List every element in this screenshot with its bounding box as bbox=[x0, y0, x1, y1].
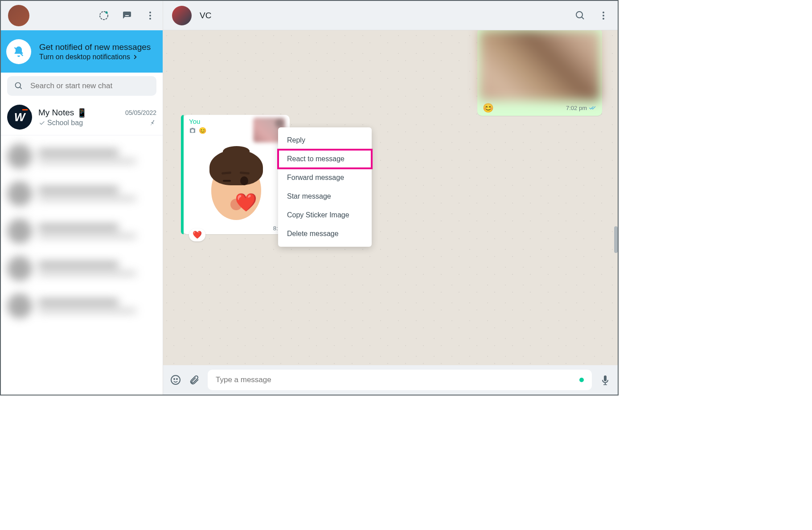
svg-point-6 bbox=[16, 83, 21, 88]
check-icon bbox=[38, 119, 45, 126]
reply-sender: You bbox=[189, 118, 206, 125]
svg-line-7 bbox=[20, 87, 22, 89]
contact-name: VC bbox=[200, 11, 211, 20]
chat-name: My Notes 📱 bbox=[38, 108, 87, 118]
svg-point-4 bbox=[149, 18, 151, 20]
chat-preview: School bag bbox=[38, 119, 83, 127]
blurred-chats bbox=[1, 138, 163, 395]
svg-point-10 bbox=[603, 12, 604, 13]
svg-point-14 bbox=[174, 379, 175, 379]
ctx-react-to-message[interactable]: React to message bbox=[278, 150, 372, 168]
read-checkmarks-icon bbox=[589, 105, 597, 111]
recording-indicator bbox=[579, 378, 584, 382]
emoji-picker-icon[interactable] bbox=[170, 375, 181, 385]
svg-point-3 bbox=[149, 15, 151, 16]
search-input[interactable] bbox=[30, 82, 149, 90]
ctx-copy-sticker-image[interactable]: Copy Sticker Image bbox=[278, 206, 372, 224]
chat-list: W My Notes 📱 05/05/2022 School bag bbox=[1, 99, 163, 395]
ctx-star-message[interactable]: Star message bbox=[278, 187, 372, 206]
composer-input-wrap[interactable] bbox=[208, 370, 592, 390]
chat-menu-icon[interactable] bbox=[598, 10, 609, 21]
svg-point-1 bbox=[106, 12, 108, 14]
scrollbar[interactable] bbox=[614, 60, 618, 336]
chevron-down-icon[interactable] bbox=[275, 119, 283, 127]
composer-input[interactable] bbox=[216, 375, 584, 384]
chat-avatar: W bbox=[7, 105, 32, 130]
search-chat-icon[interactable] bbox=[575, 10, 586, 21]
ctx-reply[interactable]: Reply bbox=[278, 131, 372, 150]
svg-point-12 bbox=[603, 18, 604, 20]
sidebar: Get notified of new messages Turn on des… bbox=[1, 1, 163, 395]
message-reaction[interactable]: ❤️ bbox=[189, 228, 205, 241]
messages-area: 😊 7:02 pm You bbox=[163, 30, 618, 365]
incoming-message[interactable]: You 😊 bbox=[183, 115, 290, 234]
svg-rect-17 bbox=[603, 384, 607, 385]
notification-banner[interactable]: Get notified of new messages Turn on des… bbox=[1, 30, 163, 73]
sticker-content: ❤️ 8:21 bbox=[183, 144, 290, 234]
reply-preview: 😊 bbox=[189, 127, 206, 134]
bell-icon bbox=[6, 39, 31, 64]
message-context-menu: Reply React to message Forward message S… bbox=[278, 127, 372, 247]
svg-point-8 bbox=[576, 12, 582, 18]
chat-item-mynotes[interactable]: W My Notes 📱 05/05/2022 School bag bbox=[1, 99, 163, 135]
svg-point-15 bbox=[176, 379, 177, 379]
svg-point-2 bbox=[149, 12, 151, 13]
menu-icon[interactable] bbox=[145, 10, 156, 21]
ctx-forward-message[interactable]: Forward message bbox=[278, 168, 372, 187]
chat-panel: VC 😊 7:02 pm bbox=[163, 1, 618, 395]
notification-title: Get notified of new messages bbox=[39, 42, 156, 52]
attach-icon[interactable] bbox=[189, 375, 200, 385]
outgoing-message[interactable]: 😊 7:02 pm bbox=[477, 30, 602, 116]
notification-subtitle: Turn on desktop notifications bbox=[39, 53, 156, 61]
message-image bbox=[479, 30, 600, 101]
pin-icon bbox=[148, 119, 156, 127]
message-time: 7:02 pm bbox=[566, 105, 597, 111]
my-avatar[interactable] bbox=[8, 5, 29, 26]
mic-icon[interactable] bbox=[600, 375, 611, 385]
ctx-delete-message[interactable]: Delete message bbox=[278, 224, 372, 243]
new-chat-icon[interactable] bbox=[122, 10, 132, 21]
search-box[interactable] bbox=[7, 76, 156, 96]
svg-rect-16 bbox=[605, 383, 606, 384]
search-icon bbox=[14, 82, 23, 90]
camera-icon bbox=[189, 127, 196, 134]
svg-line-9 bbox=[582, 17, 584, 19]
svg-point-13 bbox=[171, 375, 180, 384]
svg-point-11 bbox=[603, 15, 604, 16]
chat-date: 05/05/2022 bbox=[125, 109, 156, 116]
message-composer bbox=[163, 365, 618, 395]
sidebar-header bbox=[1, 1, 163, 30]
status-icon[interactable] bbox=[98, 10, 109, 21]
contact-avatar[interactable] bbox=[172, 6, 192, 25]
message-caption-emoji: 😊 bbox=[483, 102, 494, 113]
chat-header[interactable]: VC bbox=[163, 1, 618, 30]
